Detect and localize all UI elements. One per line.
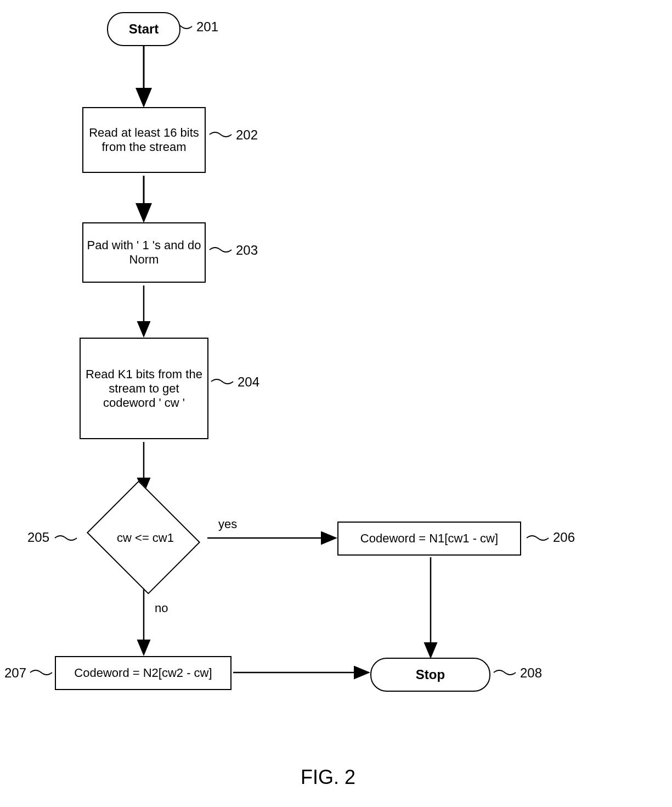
start-label: Start [129, 21, 159, 37]
pad-label: Pad with ' 1 's and do Norm [86, 238, 202, 267]
process-n1: Codeword = N1[cw1 - cw] [337, 522, 521, 556]
no-label: no [155, 601, 168, 615]
start-terminator: Start [107, 12, 180, 46]
process-read16: Read at least 16 bits from the stream [82, 107, 206, 173]
ref-206: 206 [553, 530, 575, 545]
flowchart-container: Start 201 Read at least 16 bits from the… [0, 0, 672, 807]
stop-label: Stop [416, 667, 445, 682]
stop-terminator: Stop [370, 658, 490, 692]
process-n2: Codeword = N2[cw2 - cw] [55, 656, 231, 690]
n1-label: Codeword = N1[cw1 - cw] [360, 531, 498, 546]
process-readk1: Read K1 bits from the stream to get code… [80, 338, 208, 439]
process-pad: Pad with ' 1 's and do Norm [82, 222, 206, 283]
figure-caption: FIG. 2 [301, 766, 355, 789]
ref-208: 208 [520, 665, 542, 681]
read16-label: Read at least 16 bits from the stream [86, 126, 202, 154]
ref-207: 207 [4, 665, 26, 681]
ref-203: 203 [236, 243, 258, 258]
n2-label: Codeword = N2[cw2 - cw] [74, 666, 212, 680]
ref-201: 201 [196, 19, 218, 35]
ref-202: 202 [236, 127, 258, 143]
readk1-label: Read K1 bits from the stream to get code… [83, 367, 205, 410]
ref-205: 205 [27, 530, 49, 545]
ref-204: 204 [238, 374, 259, 390]
yes-label: yes [218, 517, 237, 531]
decision-label: cw <= cw1 [110, 530, 181, 546]
